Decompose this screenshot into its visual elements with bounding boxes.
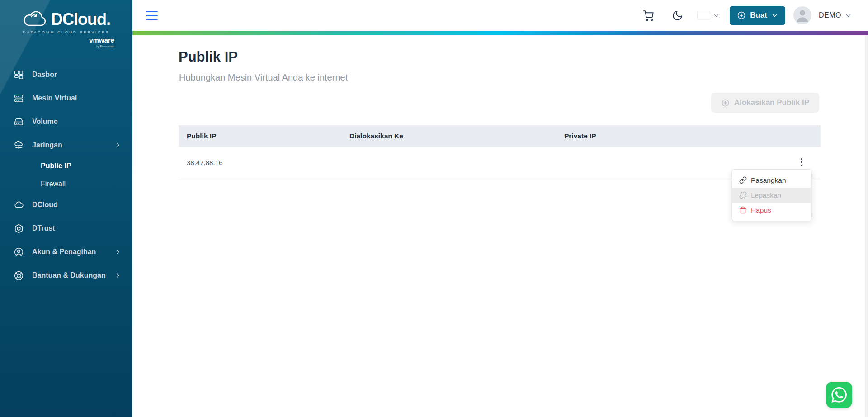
sidebar-item-akun-penagihan[interactable]: Akun & Penagihan xyxy=(0,240,132,264)
sidebar-item-dtrust[interactable]: DTrust xyxy=(0,217,132,240)
sidebar-item-label: Mesin Virtual xyxy=(32,94,122,102)
sidebar-item-dcloud[interactable]: DCloud xyxy=(0,193,132,217)
cart-icon[interactable] xyxy=(643,10,654,21)
hard-drive-icon xyxy=(14,117,24,127)
user-menu[interactable]: DEMO xyxy=(819,11,852,19)
table-row: 38.47.88.16 xyxy=(179,147,821,178)
sidebar-item-firewall[interactable]: Firewall xyxy=(0,175,132,193)
life-buoy-icon xyxy=(14,270,24,281)
topbar: Buat DEMO xyxy=(132,0,868,31)
chevron-down-icon xyxy=(845,12,852,19)
chevron-down-icon xyxy=(713,12,720,19)
cell-public-ip: 38.47.88.16 xyxy=(179,159,341,166)
menu-item-hapus[interactable]: Hapus xyxy=(732,203,811,218)
sidebar: DCloud. DATACOMM CLOUD SERVICES vmware b… xyxy=(0,0,132,417)
brand-tagline: DATACOMM CLOUD SERVICES xyxy=(11,30,122,34)
page-subtitle: Hubungkan Mesin Virtual Anda ke internet xyxy=(179,72,348,83)
sidebar-item-bantuan-dukungan[interactable]: Bantuan & Dukungan xyxy=(0,264,132,287)
sidebar-item-label: Akun & Penagihan xyxy=(32,248,114,256)
hexagon-shield-icon xyxy=(14,223,24,234)
cloud-icon xyxy=(14,200,24,210)
sidebar-item-public-ip[interactable]: Public IP xyxy=(0,157,132,175)
main-content: Publik IP Hubungkan Mesin Virtual Anda k… xyxy=(132,35,868,417)
accent-gradient-bar xyxy=(132,31,868,35)
sidebar-item-label: Public IP xyxy=(41,162,71,170)
cloud-network-icon xyxy=(14,140,24,151)
menu-item-lepaskan[interactable]: Lepaskan xyxy=(732,188,811,203)
sidebar-item-label: Bantuan & Dukungan xyxy=(32,271,114,280)
hamburger-menu-icon[interactable] xyxy=(146,11,158,20)
server-icon xyxy=(14,93,24,104)
dashboard-icon xyxy=(14,70,24,80)
sidebar-item-mesin-virtual[interactable]: Mesin Virtual xyxy=(0,86,132,110)
page-title: Publik IP xyxy=(179,49,238,65)
sidebar-item-volume[interactable]: Volume xyxy=(0,110,132,133)
user-name: DEMO xyxy=(819,11,841,19)
allocate-public-ip-button[interactable]: Alokasikan Publik IP xyxy=(711,93,819,113)
menu-item-pasangkan[interactable]: Pasangkan xyxy=(732,173,811,188)
sidebar-item-label: DCloud xyxy=(32,201,122,209)
menu-item-label: Pasangkan xyxy=(751,176,786,185)
sidebar-item-label: Firewall xyxy=(41,180,66,188)
whatsapp-icon xyxy=(831,387,847,403)
allocate-button-label: Alokasikan Publik IP xyxy=(734,98,809,107)
vendor-logo: vmware by Broadcom xyxy=(11,36,122,48)
vendor-name: vmware xyxy=(89,36,114,44)
sidebar-item-label: Volume xyxy=(32,118,122,126)
plus-circle-icon xyxy=(721,99,730,107)
app-root: DCloud. DATACOMM CLOUD SERVICES vmware b… xyxy=(0,0,868,417)
chevron-right-icon xyxy=(114,248,122,256)
chevron-down-icon xyxy=(771,12,778,19)
trash-icon xyxy=(739,206,747,214)
create-button[interactable]: Buat xyxy=(730,6,785,25)
language-selector[interactable] xyxy=(698,11,720,19)
column-header-dialokasikan-ke: Dialokasikan Ke xyxy=(341,132,556,140)
chevron-right-icon xyxy=(114,142,122,149)
column-header-private-ip: Private IP xyxy=(556,132,783,140)
topbar-actions: Buat DEMO xyxy=(643,6,868,25)
table-header: Publik IP Dialokasikan Ke Private IP xyxy=(179,125,821,147)
cloud-logo-icon xyxy=(22,10,47,28)
sidebar-item-label: Jaringan xyxy=(32,141,114,149)
public-ip-table: Publik IP Dialokasikan Ke Private IP 38.… xyxy=(179,125,821,178)
sidebar-nav: Dasbor Mesin Virtual Volume Jaringan xyxy=(0,63,132,287)
user-avatar[interactable] xyxy=(793,6,811,24)
sidebar-item-label: Dasbor xyxy=(32,71,122,79)
sidebar-item-jaringan[interactable]: Jaringan xyxy=(0,133,132,157)
link-icon xyxy=(739,176,747,184)
brand-logo[interactable]: DCloud. DATACOMM CLOUD SERVICES vmware b… xyxy=(0,0,132,48)
brand-name: DCloud. xyxy=(51,10,110,29)
sidebar-item-label: DTrust xyxy=(32,224,122,232)
menu-item-label: Hapus xyxy=(751,206,771,214)
sidebar-item-dasbor[interactable]: Dasbor xyxy=(0,63,132,86)
column-header-publik-ip: Publik IP xyxy=(179,132,341,140)
account-icon xyxy=(14,247,24,257)
dark-mode-moon-icon[interactable] xyxy=(672,10,683,21)
plus-circle-icon xyxy=(737,11,746,20)
create-button-label: Buat xyxy=(750,11,767,20)
vendor-sub: by Broadcom xyxy=(11,45,114,48)
row-context-menu: Pasangkan Lepaskan Hapus xyxy=(731,169,812,221)
whatsapp-button[interactable] xyxy=(826,382,852,408)
indonesia-flag-icon xyxy=(698,11,710,19)
unlink-icon xyxy=(739,191,747,199)
row-actions-kebab-button[interactable] xyxy=(795,156,808,169)
scrollbar[interactable] xyxy=(865,35,868,417)
chevron-right-icon xyxy=(114,272,122,279)
menu-item-label: Lepaskan xyxy=(751,191,781,199)
